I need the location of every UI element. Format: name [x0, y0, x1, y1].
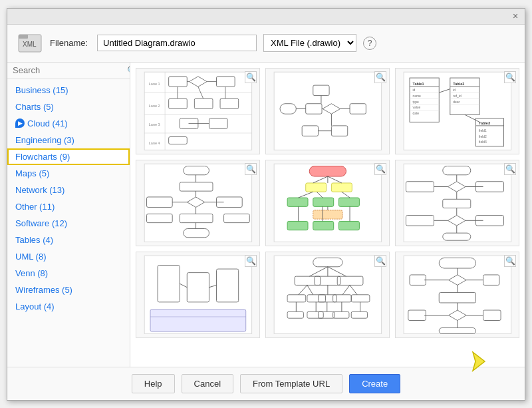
- svg-rect-108: [404, 164, 511, 242]
- zoom-icon-9[interactable]: 🔍: [504, 255, 516, 267]
- zoom-icon-1[interactable]: 🔍: [245, 71, 257, 83]
- svg-text:id: id: [453, 89, 456, 92]
- sidebar-item-charts[interactable]: Charts (5): [7, 99, 130, 115]
- zoom-icon-4[interactable]: 🔍: [245, 163, 257, 175]
- svg-text:date: date: [412, 112, 419, 115]
- sidebar-item-wireframes[interactable]: Wireframes (5): [7, 282, 130, 298]
- sidebar-item-layout[interactable]: Layout (4): [7, 298, 130, 315]
- svg-rect-91: [331, 183, 352, 192]
- templates-grid: 🔍: [130, 63, 525, 367]
- dialog-header: XML Filename: XML File (.drawio) SVG Fil…: [7, 25, 525, 63]
- svg-text:value: value: [412, 106, 420, 109]
- svg-rect-88: [309, 166, 346, 176]
- svg-text:Lane 3: Lane 3: [148, 122, 160, 126]
- svg-rect-71: [144, 164, 251, 242]
- sidebar-item-cloud[interactable]: ▶Cloud (41): [7, 115, 130, 132]
- zoom-icon-3[interactable]: 🔍: [504, 71, 516, 83]
- svg-text:Table2: Table2: [453, 82, 464, 86]
- from-template-url-button[interactable]: From Template URL: [240, 374, 342, 393]
- zoom-icon-6[interactable]: 🔍: [504, 163, 516, 175]
- sidebar-item-software[interactable]: Software (12): [7, 215, 130, 232]
- help-circle-icon[interactable]: ?: [363, 37, 376, 50]
- filetype-select[interactable]: XML File (.drawio) SVG File (.svg) PNG F…: [263, 34, 356, 52]
- svg-rect-94: [338, 198, 359, 206]
- template-card-6[interactable]: 🔍: [395, 160, 519, 246]
- zoom-icon-2[interactable]: 🔍: [374, 71, 386, 83]
- filename-label: Filename:: [50, 38, 88, 48]
- svg-rect-90: [305, 183, 326, 192]
- sidebar-item-other[interactable]: Other (11): [7, 198, 130, 215]
- template-card-8[interactable]: 🔍: [265, 252, 390, 338]
- zoom-icon-8[interactable]: 🔍: [374, 255, 386, 267]
- category-list: Business (15) Charts (5) ▶Cloud (41) Eng…: [7, 79, 130, 367]
- svg-rect-97: [313, 221, 333, 230]
- svg-text:type: type: [412, 100, 419, 103]
- sidebar-item-business[interactable]: Business (15): [7, 82, 130, 99]
- template-card-2[interactable]: 🔍: [265, 68, 390, 154]
- svg-text:Lane 1: Lane 1: [148, 82, 160, 86]
- svg-text:XML: XML: [23, 41, 37, 48]
- svg-text:Table3: Table3: [479, 120, 490, 124]
- sidebar: 🔍 Business (15) Charts (5) ▶Cloud (41) E…: [7, 63, 130, 367]
- template-card-5[interactable]: 🔍: [265, 160, 390, 246]
- search-box: 🔍: [7, 63, 130, 79]
- zoom-icon-7[interactable]: 🔍: [245, 255, 257, 267]
- title-bar: ×: [7, 9, 525, 25]
- template-card-7[interactable]: 🔍: [136, 252, 260, 338]
- sidebar-item-tables[interactable]: Tables (4): [7, 232, 130, 248]
- template-card-1[interactable]: 🔍: [136, 68, 260, 154]
- svg-rect-3: [144, 72, 251, 150]
- svg-rect-92: [287, 198, 308, 206]
- cancel-button[interactable]: Cancel: [182, 374, 233, 393]
- svg-rect-98: [338, 221, 359, 230]
- sidebar-item-maps[interactable]: Maps (5): [7, 165, 130, 182]
- dialog-content: 🔍 Business (15) Charts (5) ▶Cloud (41) E…: [7, 63, 525, 367]
- cloud-icon: ▶: [15, 118, 25, 128]
- sidebar-item-network[interactable]: Network (13): [7, 182, 130, 198]
- filename-input[interactable]: [97, 35, 257, 51]
- sidebar-item-engineering[interactable]: Engineering (3): [7, 132, 130, 148]
- template-card-3[interactable]: 🔍 Table1 id name type value date: [395, 68, 519, 154]
- search-input[interactable]: [13, 65, 124, 75]
- svg-text:ref_id: ref_id: [453, 94, 462, 97]
- svg-rect-1: [19, 35, 28, 39]
- template-card-9[interactable]: 🔍: [395, 252, 519, 338]
- svg-rect-27: [274, 72, 381, 150]
- template-card-4[interactable]: 🔍: [136, 160, 260, 246]
- sidebar-item-venn[interactable]: Venn (8): [7, 265, 130, 282]
- svg-text:field3: field3: [479, 140, 487, 144]
- create-diagram-dialog: × XML Filename: XML File (.drawio) SVG F…: [7, 8, 525, 401]
- svg-text:name: name: [412, 94, 421, 97]
- svg-rect-93: [313, 198, 333, 206]
- close-button[interactable]: ×: [510, 11, 521, 21]
- svg-text:Table1: Table1: [412, 82, 424, 86]
- svg-text:Lane 4: Lane 4: [148, 140, 160, 144]
- sidebar-item-flowcharts[interactable]: Flowcharts (9): [7, 148, 130, 165]
- svg-rect-95: [313, 210, 342, 219]
- sidebar-item-uml[interactable]: UML (8): [7, 248, 130, 265]
- svg-text:Lane 2: Lane 2: [148, 104, 160, 108]
- svg-text:desc: desc: [453, 100, 460, 103]
- svg-text:id: id: [412, 89, 415, 92]
- svg-rect-96: [287, 221, 308, 230]
- help-button[interactable]: Help: [132, 374, 175, 393]
- svg-text:field2: field2: [479, 134, 487, 138]
- svg-rect-127: [150, 309, 246, 331]
- dialog-footer: Help Cancel From Template URL Create: [7, 367, 525, 400]
- svg-text:field1: field1: [479, 128, 487, 132]
- zoom-icon-5[interactable]: 🔍: [374, 163, 386, 175]
- create-button[interactable]: Create: [349, 374, 400, 393]
- file-icon: XML: [17, 31, 43, 55]
